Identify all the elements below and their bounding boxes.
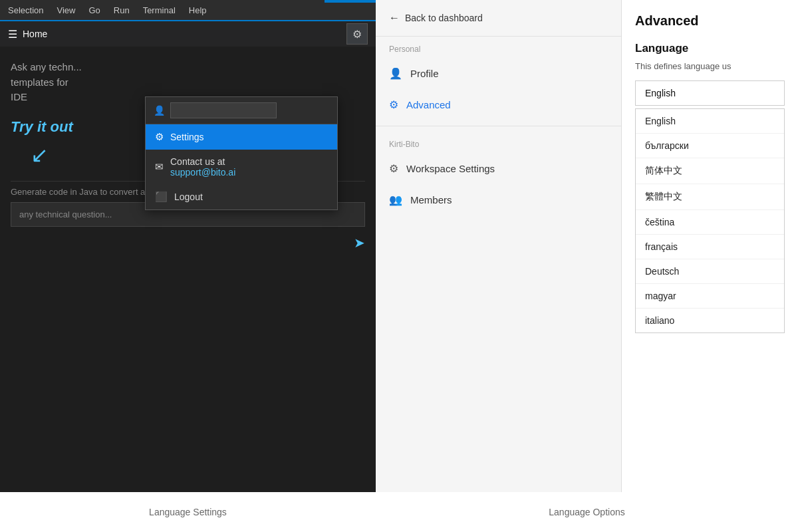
home-text: Home xyxy=(23,29,47,39)
dropdown-search-row: 👤 xyxy=(146,97,337,124)
language-description: This defines language us xyxy=(635,61,785,72)
dropdown-search-input[interactable] xyxy=(170,102,277,118)
language-option-italian[interactable]: italiano xyxy=(636,309,784,332)
language-option-english[interactable]: English xyxy=(636,109,784,134)
profile-label: Profile xyxy=(410,68,439,79)
language-selected-display[interactable]: English xyxy=(635,80,785,106)
blue-accent-bar xyxy=(325,0,376,3)
logout-icon: ⬛ xyxy=(155,191,168,203)
menu-run[interactable]: Run xyxy=(114,5,130,15)
ide-header: ☰ Home ⚙ xyxy=(0,20,376,47)
caption-right: Language Options xyxy=(376,507,798,517)
hamburger-icon: ☰ xyxy=(8,28,17,41)
advanced-title: Advanced xyxy=(635,13,785,29)
language-option-czech[interactable]: čeština xyxy=(636,210,784,235)
mail-icon: ✉ xyxy=(155,161,164,173)
personal-section-label: Personal xyxy=(376,37,621,58)
user-icon: 👤 xyxy=(154,105,165,116)
logout-label: Logout xyxy=(174,192,203,202)
back-arrow-icon: ← xyxy=(389,12,400,24)
dropdown-logout-item[interactable]: ⬛ Logout xyxy=(146,184,337,209)
settings-sidebar: ← Back to dashboard Personal 👤 Profile ⚙… xyxy=(376,0,622,532)
input-footer: ➤ xyxy=(11,232,365,253)
settings-divider-1 xyxy=(376,126,621,126)
back-to-dashboard-link[interactable]: ← Back to dashboard xyxy=(376,0,621,37)
right-panel: ← Back to dashboard Personal 👤 Profile ⚙… xyxy=(376,0,798,532)
dropdown-contact-item[interactable]: ✉ Contact us at support@bito.ai xyxy=(146,150,337,184)
support-email-link[interactable]: support@bito.ai xyxy=(170,167,235,178)
menu-bar: Selection View Go Run Terminal Help xyxy=(0,0,376,20)
settings-gear-icon: ⚙ xyxy=(155,131,164,143)
language-section-title: Language xyxy=(635,42,785,55)
workspace-gear-icon: ⚙ xyxy=(389,162,398,175)
send-button[interactable]: ➤ xyxy=(354,235,365,251)
menu-selection[interactable]: Selection xyxy=(8,5,43,15)
language-option-bulgarian[interactable]: български xyxy=(636,134,784,158)
language-option-simplified-chinese[interactable]: 简体中文 xyxy=(636,158,784,184)
settings-advanced-item[interactable]: ⚙ Advanced xyxy=(376,89,621,120)
home-label: ☰ Home xyxy=(8,28,47,41)
kiri-bito-section-label: Kirti-Bito xyxy=(376,132,621,153)
advanced-gear-icon: ⚙ xyxy=(389,98,398,111)
members-label: Members xyxy=(410,194,452,205)
language-option-hungarian[interactable]: magyar xyxy=(636,284,784,309)
advanced-panel: Advanced Language This defines language … xyxy=(622,0,798,532)
caption-left: Language Settings xyxy=(0,507,376,517)
ide-panel: Selection View Go Run Terminal Help ☰ Ho… xyxy=(0,0,376,492)
language-option-traditional-chinese[interactable]: 繁體中文 xyxy=(636,184,784,210)
gear-button[interactable]: ⚙ xyxy=(346,23,368,45)
gear-icon: ⚙ xyxy=(352,28,362,41)
back-to-dashboard-text: Back to dashboard xyxy=(405,13,483,23)
language-option-german[interactable]: Deutsch xyxy=(636,259,784,284)
settings-label: Settings xyxy=(170,132,204,142)
advanced-label: Advanced xyxy=(406,99,451,110)
dropdown-settings-item[interactable]: ⚙ Settings xyxy=(146,124,337,150)
bottom-caption: Language Settings Language Options xyxy=(0,492,798,532)
contact-label: Contact us at support@bito.ai xyxy=(170,156,235,178)
settings-profile-item[interactable]: 👤 Profile xyxy=(376,58,621,89)
settings-workspace-item[interactable]: ⚙ Workspace Settings xyxy=(376,153,621,184)
language-dropdown-list: English български 简体中文 繁體中文 čeština fran… xyxy=(635,108,785,333)
dropdown-menu: 👤 ⚙ Settings ✉ Contact us at support@bit… xyxy=(145,96,338,210)
members-icon: 👥 xyxy=(389,194,402,206)
input-placeholder-text: any technical question... xyxy=(19,209,112,219)
settings-members-item[interactable]: 👥 Members xyxy=(376,184,621,215)
workspace-settings-label: Workspace Settings xyxy=(406,163,495,174)
profile-icon: 👤 xyxy=(389,67,402,80)
menu-go[interactable]: Go xyxy=(88,5,100,15)
menu-view[interactable]: View xyxy=(57,5,75,15)
menu-terminal[interactable]: Terminal xyxy=(143,5,176,15)
language-option-french[interactable]: français xyxy=(636,235,784,259)
menu-help[interactable]: Help xyxy=(189,5,207,15)
